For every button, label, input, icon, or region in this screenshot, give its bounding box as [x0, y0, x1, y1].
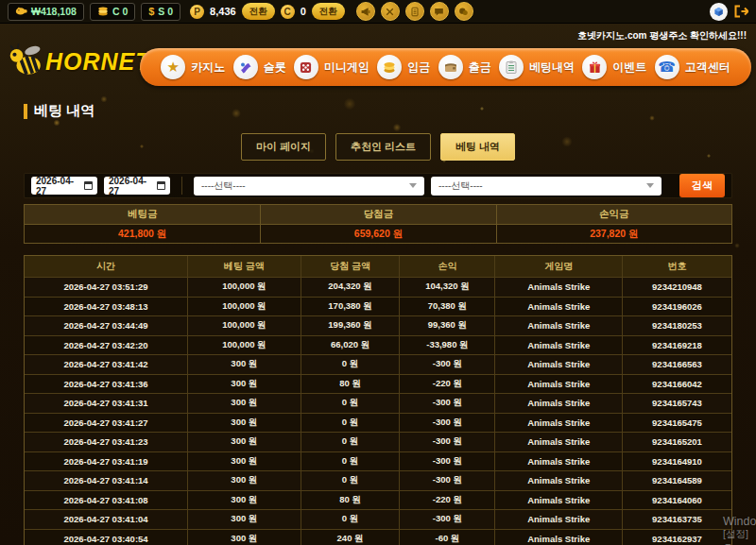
cell-time: 2026-04-27 03:41:27: [25, 413, 187, 433]
piggy-bank-icon: [15, 6, 27, 18]
chat-icon[interactable]: [430, 2, 449, 21]
cell-number: 9234163735: [622, 509, 731, 529]
topbar: ₩418,108 C 0 $ S 0 P 8,436 전환 C 0 전환: [0, 0, 756, 24]
cell-number: 9234162937: [622, 529, 731, 545]
money-icon[interactable]: [455, 2, 473, 21]
nav-item-casino[interactable]: ★ 카지노: [161, 55, 225, 79]
cell-time: 2026-04-27 03:51:29: [25, 277, 187, 297]
cell-number: 9234165475: [622, 413, 731, 433]
filter-bar: 2026-04-27 2026-04-27 ----선택---- ----선택-…: [24, 173, 732, 198]
cell-win: 66,020 원: [301, 335, 400, 355]
cell-profit: -300 원: [399, 509, 494, 529]
cell-bet: 100,000 원: [187, 335, 301, 355]
tab-betting-history[interactable]: 베팅 내역: [440, 133, 515, 161]
cell-profit: -300 원: [399, 470, 494, 490]
chevron-down-icon: [409, 183, 417, 188]
withdraw-wallet-icon: [438, 55, 463, 79]
point-converter: P 8,436 전환: [190, 3, 275, 20]
table-row: 2026-04-27 03:41:23 300 원 0 원 -300 원 Ani…: [25, 432, 731, 451]
betting-history-table: 시간 베팅 금액 당첨 금액 손익 게임명 번호 2026-04-27 03:5…: [24, 255, 732, 545]
cell-win: 0 원: [301, 413, 400, 433]
table-row: 2026-04-27 03:41:08 300 원 80 원 -220 원 An…: [25, 490, 731, 510]
cell-bet: 300 원: [187, 393, 301, 413]
nav-item-withdraw[interactable]: 출금: [438, 55, 491, 79]
tab-my-page[interactable]: 마이 페이지: [241, 133, 326, 161]
table-row: 2026-04-27 03:40:54 300 원 240 원 -60 원 An…: [25, 529, 731, 545]
megaphone-icon[interactable]: [356, 2, 375, 21]
page-title: 베팅 내역: [34, 102, 94, 120]
cell-bet: 300 원: [187, 509, 301, 529]
cell-profit: -300 원: [399, 354, 494, 374]
cell-game: Animals Strike: [494, 315, 622, 335]
cell-game: Animals Strike: [494, 354, 622, 374]
chevron-down-icon: [646, 183, 654, 188]
note-icon[interactable]: [405, 2, 424, 21]
cell-number: 9234165201: [622, 432, 731, 451]
cell-time: 2026-04-27 03:41:36: [25, 374, 187, 394]
coin-balance: C 0: [90, 3, 135, 21]
slot-icon: [233, 55, 258, 79]
nav-item-event[interactable]: 이벤트: [582, 55, 646, 79]
logout-icon[interactable]: [733, 5, 748, 18]
cell-profit: -300 원: [399, 413, 494, 433]
calendar-icon: [84, 181, 93, 190]
cell-number: 9234166042: [622, 374, 731, 394]
cell-game: Animals Strike: [494, 297, 622, 316]
table-row: 2026-04-27 03:41:31 300 원 0 원 -300 원 Ani…: [25, 393, 731, 413]
tabs: 마이 페이지 추천인 리스트 베팅 내역: [24, 133, 732, 161]
date-to-input[interactable]: 2026-04-27: [104, 177, 170, 195]
cell-bet: 300 원: [187, 490, 301, 510]
page-title-row: 베팅 내역: [24, 90, 732, 120]
cell-time: 2026-04-27 03:40:54: [25, 529, 187, 545]
table-header-row: 시간 베팅 금액 당첨 금액 손익 게임명 번호: [25, 256, 731, 277]
tab-referral-list[interactable]: 추천인 리스트: [335, 133, 431, 161]
col-header-game: 게임명: [494, 256, 622, 277]
cell-number: 9234180253: [622, 315, 731, 335]
nav-item-slots[interactable]: 슬롯: [233, 55, 286, 79]
calendar-icon: [157, 181, 165, 190]
cell-bet: 300 원: [187, 432, 301, 451]
summary-header-profit: 손익금: [496, 205, 731, 224]
comp-converter: C 0 전환: [281, 3, 345, 20]
tools-icon[interactable]: [381, 2, 400, 21]
cell-win: 240 원: [301, 529, 400, 545]
cell-game: Animals Strike: [494, 374, 622, 394]
dice-cube-icon[interactable]: [710, 3, 728, 21]
cell-profit: -33,980 원: [399, 335, 494, 355]
filter-select-2[interactable]: ----선택----: [431, 177, 662, 196]
table-body: 2026-04-27 03:51:29 100,000 원 204,320 원 …: [25, 277, 731, 545]
site-header: 호넷카지노.com 평생주소 확인하세요!!! HORNET ★ 카지노 슬롯 …: [0, 24, 756, 90]
cell-profit: -300 원: [399, 393, 494, 413]
cell-game: Animals Strike: [494, 529, 622, 545]
cell-bet: 300 원: [187, 413, 301, 433]
gift-icon: [582, 55, 607, 79]
nav-item-deposit[interactable]: 입금: [377, 55, 430, 79]
nav-item-betting-history[interactable]: 베팅내역: [499, 55, 575, 79]
nav-item-minigame[interactable]: 미니게임: [294, 55, 369, 79]
nav-item-support[interactable]: ☎ 고객센터: [655, 55, 730, 79]
cell-profit: 104,320 원: [399, 277, 494, 297]
date-from-input[interactable]: 2026-04-27: [31, 177, 97, 195]
cell-profit: 70,380 원: [399, 297, 494, 316]
filter-select-1[interactable]: ----선택----: [194, 177, 424, 196]
cell-bet: 300 원: [187, 354, 301, 374]
deposit-coins-icon: [377, 55, 402, 79]
won-balance: ₩418,108: [8, 3, 84, 21]
table-row: 2026-04-27 03:41:19 300 원 0 원 -300 원 Ani…: [25, 451, 731, 471]
cell-bet: 300 원: [187, 529, 301, 545]
point-convert-button[interactable]: 전환: [242, 3, 275, 20]
cell-profit: 99,360 원: [399, 315, 494, 335]
comp-value: 0: [301, 6, 306, 17]
col-header-win: 당첨 금액: [301, 256, 400, 277]
permanent-address-notice: 호넷카지노.com 평생주소 확인하세요!!!: [577, 29, 747, 43]
dollar-icon: $: [148, 6, 154, 17]
won-balance-value: ₩418,108: [31, 6, 77, 17]
coin-stack-icon: [97, 6, 109, 18]
summary-value-win: 659,620 원: [260, 224, 495, 243]
site-logo[interactable]: HORNET: [6, 39, 151, 84]
cell-game: Animals Strike: [494, 413, 622, 433]
casino-star-icon: ★: [161, 55, 185, 79]
search-button[interactable]: 검색: [679, 174, 725, 197]
cell-time: 2026-04-27 03:41:08: [25, 490, 187, 510]
comp-convert-button[interactable]: 전환: [312, 3, 345, 20]
